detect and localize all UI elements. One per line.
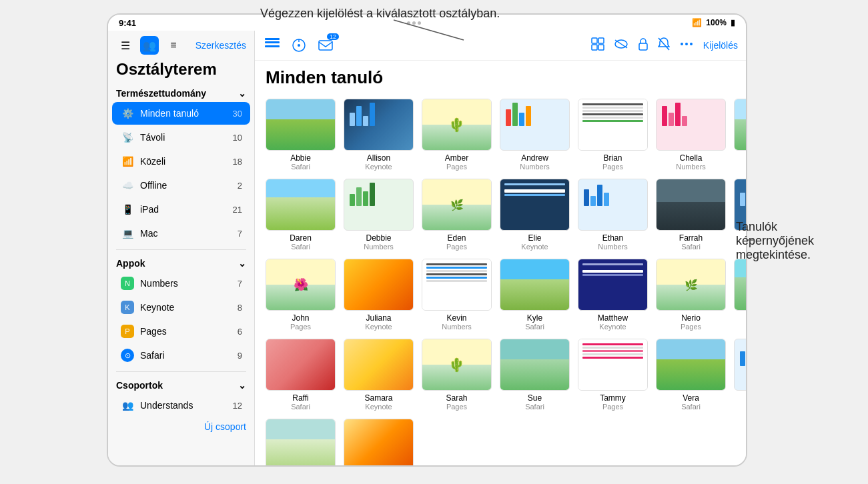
student-app-nerio: Pages — [681, 323, 701, 331]
student-thumbnail-debbie — [344, 179, 414, 231]
student-card-vera[interactable]: Vera Safari — [656, 339, 726, 411]
student-card-juliana[interactable]: Juliana Keynote — [344, 259, 414, 331]
student-card-elie[interactable]: Elie Keynote — [500, 179, 570, 251]
sidebar-item-numbers[interactable]: N Numbers 7 — [112, 272, 250, 295]
student-card-raffi[interactable]: Raffi Safari — [266, 339, 336, 411]
student-thumbnail-partial-1 — [266, 419, 336, 465]
student-card-matthew[interactable]: Matthew Keynote — [578, 259, 648, 331]
student-card-debbie[interactable]: Debbie Numbers — [344, 179, 414, 251]
student-thumbnail-eden: 🌿 — [422, 179, 492, 231]
mail-icon[interactable]: 12 — [316, 36, 335, 55]
grid-icon[interactable] — [591, 37, 604, 53]
student-card-abbie[interactable]: Abbie Safari — [266, 99, 336, 171]
edit-button[interactable]: Szerkesztés — [195, 40, 246, 51]
understands-icon: 👥 — [120, 398, 135, 413]
new-group-button[interactable]: Új csoport — [108, 417, 254, 436]
content-pane: 12 — [255, 31, 746, 465]
student-card-partial-1[interactable] — [266, 419, 336, 465]
list-icon[interactable]: ≡ — [164, 36, 183, 55]
section-label-appok: Appok — [116, 258, 145, 269]
chevron-down-icon: ⌄ — [238, 88, 246, 99]
student-app-sue: Safari — [525, 403, 544, 411]
sidebar-toggle-icon[interactable]: ☰ — [116, 36, 135, 55]
bell-slash-icon[interactable] — [658, 37, 670, 53]
sidebar-item-mac[interactable]: 💻 Mac 7 — [112, 222, 250, 245]
student-card-victoria[interactable]: Victoria Numbers — [734, 339, 746, 411]
sidebar-item-kozeli[interactable]: 📶 Közeli 18 — [112, 150, 250, 173]
student-card-sarah[interactable]: 🌵 Sarah Pages — [422, 339, 492, 411]
sidebar-item-ipad[interactable]: 📱 iPad 21 — [112, 198, 250, 221]
pages-label: Pages — [140, 326, 232, 337]
numbers-count: 7 — [238, 279, 242, 289]
sidebar-item-minden-tanulo[interactable]: ⚙️ Minden tanuló 30 — [112, 102, 250, 125]
student-name-john: John — [292, 313, 309, 323]
sidebar-item-tavoli[interactable]: 📡 Távoli 10 — [112, 126, 250, 149]
sidebar-icon-group: ☰ 👥 ≡ — [116, 36, 183, 55]
student-name-matthew: Matthew — [598, 313, 628, 323]
right-annotation-line1: Tanulók képernyőjének — [736, 220, 856, 248]
tavoli-icon: 📡 — [120, 130, 135, 145]
kijeloles-button[interactable]: Kijelölés — [703, 40, 738, 51]
student-app-chella: Numbers — [676, 163, 706, 171]
student-card-john[interactable]: 🌺 John Pages — [266, 259, 336, 331]
minden-tanulo-count: 30 — [233, 109, 242, 119]
student-card-eden[interactable]: 🌿 Eden Pages — [422, 179, 492, 251]
student-thumbnail-tammy — [578, 339, 648, 391]
svg-rect-15 — [639, 43, 647, 50]
student-card-partial-2[interactable] — [344, 419, 414, 465]
minden-tanulo-icon: ⚙️ — [120, 106, 135, 121]
svg-rect-11 — [592, 45, 597, 50]
offline-icon: ☁️ — [120, 178, 135, 193]
tavoli-count: 10 — [233, 133, 242, 143]
student-card-daren[interactable]: Daren Safari — [266, 179, 336, 251]
student-card-andrew[interactable]: Andrew Numbers — [500, 99, 570, 171]
sidebar-item-pages[interactable]: P Pages 6 — [112, 320, 250, 343]
section-header-csoportok[interactable]: Csoportok ⌄ — [108, 376, 254, 393]
right-annotation: Tanulók képernyőjének megtekintése. — [736, 220, 856, 262]
student-app-matthew: Keynote — [599, 323, 626, 331]
student-card-farrah[interactable]: Farrah Safari — [656, 179, 726, 251]
student-card-amber[interactable]: 🌵 Amber Pages — [422, 99, 492, 171]
student-card-nicole[interactable]: Nicole Safari — [734, 259, 746, 331]
student-name-brian: Brian — [603, 153, 622, 163]
student-name-debbie: Debbie — [366, 233, 391, 243]
lock-icon[interactable] — [638, 37, 648, 53]
student-card-nerio[interactable]: 🌿 Nerio Pages — [656, 259, 726, 331]
section-header-appok[interactable]: Appok ⌄ — [108, 254, 254, 271]
student-card-chella[interactable]: Chella Numbers — [656, 99, 726, 171]
section-header-termeszettudomany[interactable]: Természettudomány ⌄ — [108, 84, 254, 101]
student-app-eden: Pages — [446, 243, 467, 251]
student-card-allison[interactable]: Allison Keynote — [344, 99, 414, 171]
status-bar-right: 📶 100% ▮ — [692, 18, 735, 27]
student-card-jason[interactable]: Jason Keynote — [734, 179, 746, 251]
student-card-sue[interactable]: Sue Safari — [500, 339, 570, 411]
eye-slash-icon[interactable] — [614, 39, 628, 52]
svg-point-18 — [685, 43, 688, 45]
student-card-samara[interactable]: Samara Keynote — [344, 339, 414, 411]
student-card-tammy[interactable]: Tammy Pages — [578, 339, 648, 411]
sidebar-item-offline[interactable]: ☁️ Offline 2 — [112, 174, 250, 197]
student-app-allison: Keynote — [365, 163, 392, 171]
student-card-kyle[interactable]: Kyle Safari — [500, 259, 570, 331]
layers-icon[interactable] — [263, 36, 282, 55]
student-card-kevin[interactable]: Kevin Numbers — [422, 259, 492, 331]
student-card-brian[interactable]: Brian Pages — [578, 99, 648, 171]
student-thumbnail-amber: 🌵 — [422, 99, 492, 151]
student-thumbnail-samara — [344, 339, 414, 391]
sidebar-header: ☰ 👥 ≡ Szerkesztés — [108, 31, 254, 57]
understands-count: 12 — [233, 401, 242, 411]
sidebar-item-safari[interactable]: ⊙ Safari 9 — [112, 344, 250, 367]
people-icon[interactable]: 👥 — [140, 36, 159, 55]
sidebar-item-keynote[interactable]: K Keynote 8 — [112, 296, 250, 319]
mac-count: 7 — [238, 229, 242, 239]
student-card-ethan[interactable]: Ethan Numbers — [578, 179, 648, 251]
more-icon[interactable] — [679, 37, 694, 54]
sidebar-item-understands[interactable]: 👥 Understands 12 — [112, 394, 250, 417]
student-app-brian: Pages — [602, 163, 623, 171]
student-card-chris[interactable]: Chris Safari — [734, 99, 746, 171]
student-thumbnail-nicole — [734, 259, 746, 311]
student-thumbnail-daren — [266, 179, 336, 231]
safari-label: Safari — [140, 350, 232, 361]
compass-icon[interactable] — [290, 36, 308, 55]
drag-handle — [407, 19, 421, 27]
